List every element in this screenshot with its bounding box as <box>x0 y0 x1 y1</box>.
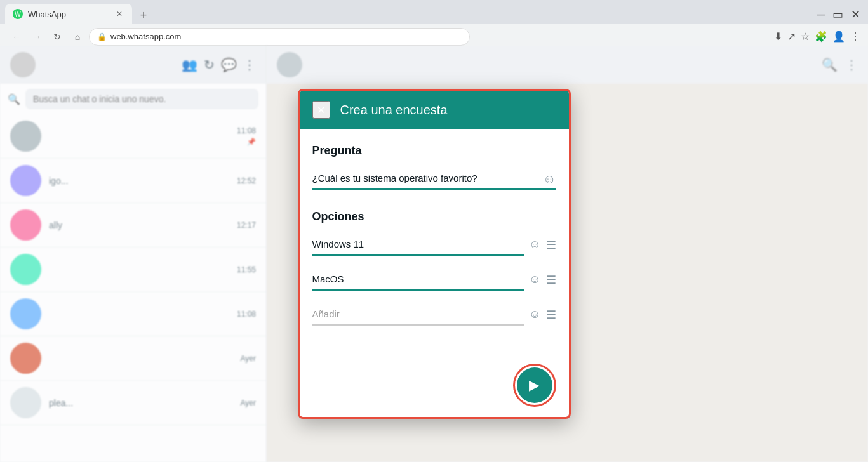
poll-body: Pregunta ☺ Opciones ☺ ☰ <box>300 129 569 353</box>
option-item-2: ☺ ☰ <box>312 268 556 291</box>
url-text: web.whatsapp.com <box>110 32 181 41</box>
option-input-wrap-1 <box>312 234 524 256</box>
question-emoji-button[interactable]: ☺ <box>543 171 556 186</box>
new-tab-button[interactable]: + <box>135 6 152 24</box>
close-poll-button[interactable]: ✕ <box>312 101 330 119</box>
question-label: Pregunta <box>312 144 556 157</box>
download-icon[interactable]: ⬇ <box>774 30 782 43</box>
close-window-button[interactable]: ✕ <box>848 5 863 24</box>
nav-bar-right: ⬇ ↗ ☆ 🧩 👤 ⋮ <box>774 30 860 43</box>
poll-modal: ✕ Crea una encuesta Pregunta ☺ Opciones <box>298 89 571 419</box>
option-icons-1: ☺ ☰ <box>529 238 556 252</box>
option-emoji-icon-1[interactable]: ☺ <box>529 238 540 251</box>
lock-icon: 🔒 <box>97 32 107 41</box>
back-button[interactable]: ← <box>8 28 25 46</box>
tab-title: WhatsApp <box>28 10 66 19</box>
tab-close-button[interactable]: ✕ <box>114 9 124 19</box>
menu-icon[interactable]: ⋮ <box>850 30 860 43</box>
minimize-button[interactable]: ─ <box>814 6 827 24</box>
whatsapp-app: 👥 ↻ 💬 ⋮ 🔍 11:08 📌 <box>0 46 868 462</box>
forward-button[interactable]: → <box>28 28 46 46</box>
option-input-1[interactable] <box>312 234 524 256</box>
option-icons-3: ☺ ☰ <box>529 308 556 322</box>
option-input-3[interactable] <box>312 303 524 326</box>
question-input-wrap: ☺ <box>312 168 556 190</box>
browser-chrome: W WhatsApp ✕ + ─ ▭ ✕ ← → ↻ ⌂ 🔒 web.whats… <box>0 0 868 46</box>
option-drag-icon-1[interactable]: ☰ <box>546 238 556 252</box>
option-input-wrap-3 <box>312 303 524 326</box>
tab-bar-controls: ─ ▭ ✕ <box>814 5 863 24</box>
option-emoji-icon-2[interactable]: ☺ <box>529 273 540 286</box>
options-section: ☺ ☰ ☺ ☰ <box>312 234 556 326</box>
option-icons-2: ☺ ☰ <box>529 273 556 287</box>
option-drag-icon-3[interactable]: ☰ <box>546 308 556 322</box>
option-drag-icon-2[interactable]: ☰ <box>546 273 556 287</box>
profile-icon[interactable]: 👤 <box>832 30 845 43</box>
maximize-button[interactable]: ▭ <box>830 5 846 24</box>
options-label: Opciones <box>312 210 556 223</box>
browser-tab[interactable]: W WhatsApp ✕ <box>5 4 132 24</box>
modal-overlay: ✕ Crea una encuesta Pregunta ☺ Opciones <box>0 46 868 462</box>
poll-title: Crea una encuesta <box>340 103 448 117</box>
option-input-2[interactable] <box>312 268 524 291</box>
close-icon: ✕ <box>317 104 325 116</box>
tab-bar: W WhatsApp ✕ + ─ ▭ ✕ <box>0 0 868 24</box>
extensions-icon[interactable]: 🧩 <box>815 30 827 43</box>
bookmark-icon[interactable]: ☆ <box>801 30 810 43</box>
send-button-wrapper: ▶ <box>513 364 556 407</box>
whatsapp-favicon: W <box>13 9 23 19</box>
address-bar[interactable]: 🔒 web.whatsapp.com <box>89 28 470 46</box>
send-icon: ▶ <box>529 377 540 393</box>
question-input[interactable] <box>312 168 556 190</box>
option-input-wrap-2 <box>312 268 524 291</box>
home-button[interactable]: ⌂ <box>69 28 86 46</box>
option-emoji-icon-3[interactable]: ☺ <box>529 308 540 321</box>
poll-header: ✕ Crea una encuesta <box>300 91 569 129</box>
option-item-3: ☺ ☰ <box>312 303 556 326</box>
reload-button[interactable]: ↻ <box>48 28 66 46</box>
poll-footer: ▶ <box>300 353 569 417</box>
share-icon[interactable]: ↗ <box>787 30 796 43</box>
option-item-1: ☺ ☰ <box>312 234 556 256</box>
send-poll-button[interactable]: ▶ <box>517 367 552 403</box>
